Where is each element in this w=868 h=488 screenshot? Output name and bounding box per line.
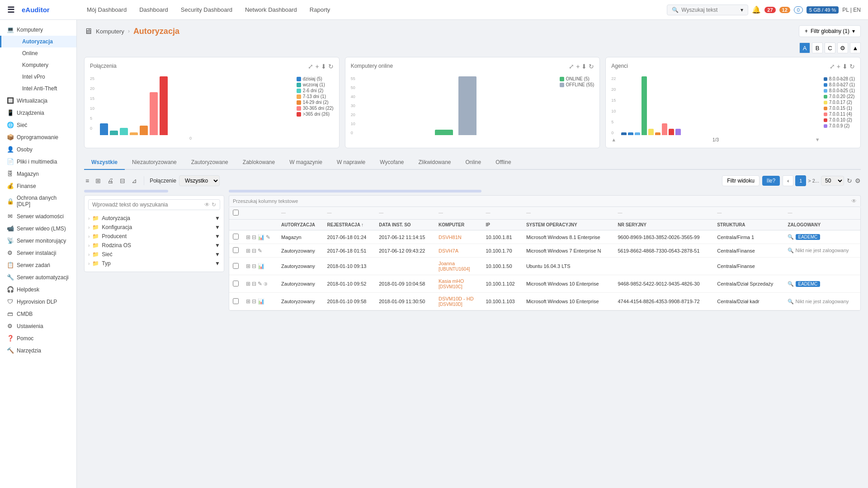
row-grid-icon-4[interactable]: ⊞ <box>246 298 250 305</box>
filter-global-button[interactable]: + Filtr globalny (1) ▾ <box>799 25 861 37</box>
sidebar-item-serwer-monitoring[interactable]: 📡 Serwer monitorujący <box>0 235 76 247</box>
row-table-icon-0[interactable]: ⊟ <box>252 234 256 240</box>
filter-eye-icon[interactable]: 👁 <box>204 202 210 208</box>
sidebar-item-narzedzia[interactable]: 🔨 Narzędzia <box>0 344 76 357</box>
tab-online[interactable]: Online <box>458 155 489 170</box>
expand-arrow-5[interactable]: › <box>88 261 90 266</box>
th-zalogowany[interactable]: ZALOGOWANY <box>784 220 860 230</box>
nav-security-dashboard[interactable]: Security Dashboard <box>175 4 238 16</box>
bell-icon[interactable]: 🔔 <box>752 5 761 14</box>
table-refresh-icon[interactable]: ↻ <box>847 177 852 184</box>
search-icon-row-0[interactable]: 🔍 <box>788 234 794 239</box>
filter-refresh-icon[interactable]: ↻ <box>212 202 216 208</box>
filter-search-input[interactable] <box>92 202 203 208</box>
sidebar-item-hyprovision[interactable]: 🛡 Hyprovision DLP <box>0 296 76 308</box>
row-checkbox-4[interactable] <box>233 298 239 304</box>
row-komputer-0[interactable]: DSVH81N <box>435 230 482 244</box>
row-table-icon-2[interactable]: ⊟ <box>252 263 256 269</box>
row-extra-icon-3[interactable]: ③ <box>264 282 268 286</box>
sidebar-item-urzadzenia[interactable]: 📱 Urządzenia <box>0 107 76 119</box>
sidebar-item-dlp[interactable]: 🔒 Ochrona danych [DLP] <box>0 192 76 210</box>
tree-arrow-0[interactable]: ▼ <box>215 215 220 221</box>
hamburger-icon[interactable]: ☰ <box>7 5 14 15</box>
th-struktura[interactable]: STRUKTURA <box>713 220 784 230</box>
search-icon-row-3[interactable]: 🔍 <box>788 281 794 286</box>
filter-icon[interactable]: ⊿ <box>130 176 138 186</box>
download-icon[interactable]: ⬇ <box>321 63 326 70</box>
row-grid-icon-2[interactable]: ⊞ <box>246 263 250 269</box>
komputer-link-dsvm10d[interactable]: DSVM10D - HD <box>439 296 478 301</box>
tab-wszystkie[interactable]: Wszystkie <box>84 155 125 170</box>
breadcrumb-parent[interactable]: Komputery <box>96 28 124 35</box>
th-serial[interactable]: NR SERYJNY <box>614 220 713 230</box>
sidebar-item-serwer-wideo[interactable]: 📹 Serwer wideo (LMS) <box>0 222 76 235</box>
th-ip[interactable]: IP <box>482 220 522 230</box>
tree-item-producent[interactable]: › 📁 Producent ▼ <box>88 232 220 241</box>
row-checkbox-0[interactable] <box>233 234 239 239</box>
search-icon-row-4[interactable]: 🔍 <box>788 299 794 304</box>
tree-arrow-1[interactable]: ▼ <box>215 224 220 230</box>
sidebar-item-serwer-zadan[interactable]: 📋 Serwer zadań <box>0 259 76 271</box>
sidebar-item-oprogramowanie[interactable]: 📦 Oprogramowanie <box>0 131 76 143</box>
row-komputer-2[interactable]: Joanna [UBUNTU1604] <box>435 258 482 275</box>
select-all-checkbox[interactable] <box>233 210 239 216</box>
expand-icon-agents[interactable]: ⤢ <box>830 63 835 70</box>
connection-dropdown[interactable]: Wszystko Online Offline <box>179 175 220 186</box>
sidebar-item-komputery[interactable]: 💻 Komputery <box>0 23 76 36</box>
download-icon-online[interactable]: ⬇ <box>581 63 587 70</box>
tab-zlikwidowane[interactable]: Zlikwidowane <box>411 155 458 170</box>
expand-arrow-2[interactable]: › <box>88 234 90 239</box>
refresh-icon-agents[interactable]: ↻ <box>849 63 855 70</box>
tree-item-konfiguracja[interactable]: › 📁 Konfiguracja ▼ <box>88 223 220 232</box>
filter-view-button[interactable]: Filtr widoku <box>722 175 760 186</box>
tree-arrow-2[interactable]: ▼ <box>215 233 220 239</box>
expand-arrow-3[interactable]: › <box>88 243 90 248</box>
per-page-dropdown[interactable]: 50 25 100 200 <box>821 176 844 186</box>
tree-item-siec[interactable]: › 📁 Sieć ▼ <box>88 250 220 259</box>
tree-item-autoryzacja[interactable]: › 📁 Autoryzacja ▼ <box>88 214 220 223</box>
tab-w-naprawie[interactable]: W naprawie <box>330 155 373 170</box>
sidebar-item-pomoc[interactable]: ❓ Pomoc <box>0 332 76 344</box>
sidebar-item-cmdb[interactable]: 🗃 CMDB <box>0 308 76 320</box>
tree-item-rodzina-os[interactable]: › 📁 Rodzina OS ▼ <box>88 241 220 250</box>
row-grid-icon-3[interactable]: ⊞ <box>246 281 250 287</box>
sidebar-item-helpdesk[interactable]: 🎧 Helpdesk <box>0 283 76 296</box>
th-autoryzacja[interactable]: AUTORYZACJA <box>278 220 323 230</box>
sidebar-item-magazyn[interactable]: 🗄 Magazyn <box>0 168 76 180</box>
row-edit-icon-1[interactable]: ✎ <box>258 248 262 254</box>
prev-page-btn[interactable]: ‹ <box>783 175 793 186</box>
col-filter-eye-icon[interactable]: 👁 <box>851 198 857 204</box>
tree-item-typ[interactable]: › 📁 Typ ▼ <box>88 259 220 268</box>
view-btn-c[interactable]: C <box>825 42 835 53</box>
sidebar-item-finanse[interactable]: 💰 Finanse <box>0 180 76 192</box>
search-box[interactable]: 🔍 ▾ <box>667 5 748 15</box>
sidebar-item-komputery-sub[interactable]: Komputery <box>0 59 76 71</box>
expand-icon-online[interactable]: ⤢ <box>569 63 574 70</box>
sidebar-item-siec[interactable]: 🌐 Sieć <box>0 119 76 131</box>
sidebar-item-wirtualizacja[interactable]: 🔲 Wirtualizacja <box>0 94 76 107</box>
row-table-icon-3[interactable]: ⊟ <box>252 281 256 287</box>
ile-button[interactable]: Ile? <box>762 176 780 186</box>
komputer-link-joanna[interactable]: Joanna <box>439 261 478 266</box>
tab-zablokowane[interactable]: Zablokowane <box>236 155 282 170</box>
th-komputer[interactable]: KOMPUTER <box>435 220 482 230</box>
sidebar-item-online[interactable]: Online <box>0 47 76 59</box>
th-data-inst[interactable]: DATA INST. SO <box>375 220 435 230</box>
row-edit-icon-3[interactable]: ✎ <box>258 281 262 287</box>
sidebar-item-intel-vpro[interactable]: Intel vPro <box>0 71 76 83</box>
search-dropdown-icon[interactable]: ▾ <box>741 7 743 13</box>
row-chart-icon-0[interactable]: 📊 <box>258 234 264 240</box>
row-komputer-3[interactable]: Kasia mHO [DSVM10C] <box>435 275 482 293</box>
list-view-icon[interactable]: ≡ <box>84 176 90 186</box>
print-icon[interactable]: 🖨 <box>106 176 115 186</box>
tab-offline[interactable]: Offline <box>488 155 518 170</box>
tab-wycofane[interactable]: Wycofane <box>373 155 411 170</box>
expand-arrow-1[interactable]: › <box>88 225 90 230</box>
row-edit-icon-0[interactable]: ✎ <box>266 234 270 240</box>
view-btn-a[interactable]: A <box>799 42 810 53</box>
sidebar-item-intel-antitheft[interactable]: Intel Anti-Theft <box>0 83 76 94</box>
view-btn-b[interactable]: B <box>812 42 823 53</box>
expand-arrow-0[interactable]: › <box>88 216 90 221</box>
th-rejestracja[interactable]: REJESTRACJA ↑ <box>324 220 376 230</box>
nav-raporty[interactable]: Raporty <box>304 4 336 16</box>
